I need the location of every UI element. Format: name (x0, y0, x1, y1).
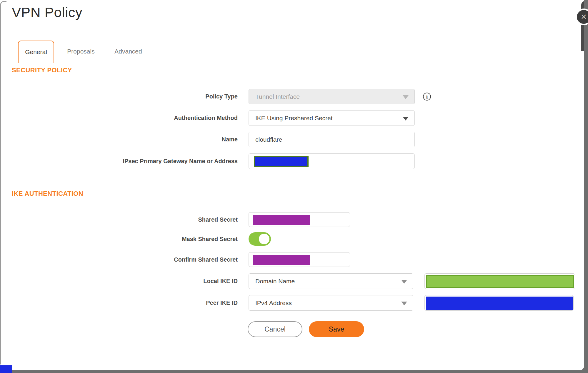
local-ike-id-input[interactable] (424, 273, 575, 289)
row-policy-type: Policy Type Tunnel Interface (0, 89, 588, 104)
cancel-button[interactable]: Cancel (248, 321, 302, 337)
confirm-shared-secret-label: Confirm Shared Secret (0, 252, 238, 267)
mask-shared-secret-toggle[interactable] (249, 232, 271, 246)
shared-secret-label: Shared Secret (0, 212, 238, 227)
chevron-down-icon (403, 95, 409, 99)
row-auth-method: Authentication Method IKE Using Preshare… (0, 110, 588, 126)
local-ike-id-label: Local IKE ID (0, 273, 238, 289)
background-edge-right (584, 0, 588, 373)
row-confirm-shared-secret: Confirm Shared Secret (0, 252, 588, 267)
dialog-corner-bottom-right (578, 364, 584, 370)
peer-ike-id-redaction-box (426, 297, 573, 310)
page-title: VPN Policy (12, 4, 82, 20)
peer-ike-id-dropdown[interactable]: IPv4 Address (249, 295, 413, 311)
vpn-policy-dialog: ✕ VPN Policy General Proposals Advanced … (0, 0, 588, 373)
row-peer-ike-id: Peer IKE ID IPv4 Address (0, 295, 588, 311)
auth-method-dropdown[interactable]: IKE Using Preshared Secret (249, 110, 415, 126)
chevron-down-icon (403, 117, 409, 121)
name-label: Name (0, 132, 238, 147)
redaction-box-bottom-left (0, 365, 12, 373)
shared-secret-redaction-box (253, 215, 310, 225)
shared-secret-input[interactable] (249, 212, 350, 227)
confirm-shared-secret-redaction-box (253, 255, 310, 265)
auth-method-label: Authentication Method (0, 110, 238, 126)
section-ike-authentication: IKE AUTHENTICATION (12, 190, 83, 198)
policy-type-dropdown: Tunnel Interface (249, 89, 415, 104)
peer-ike-id-value: IPv4 Address (255, 300, 292, 307)
local-ike-id-value: Domain Name (255, 278, 295, 285)
policy-type-label: Policy Type (0, 89, 238, 104)
local-ike-id-redaction-box (426, 275, 574, 288)
tab-general[interactable]: General (18, 41, 54, 63)
gateway-label: IPsec Primary Gateway Name or Address (0, 153, 238, 169)
mask-shared-secret-label: Mask Shared Secret (0, 232, 238, 246)
confirm-shared-secret-input[interactable] (249, 252, 350, 267)
tab-advanced[interactable]: Advanced (111, 41, 146, 62)
name-input[interactable] (249, 132, 415, 147)
peer-ike-id-input[interactable] (424, 295, 574, 311)
background-edge-bottom (0, 370, 588, 373)
row-name: Name (0, 132, 588, 147)
row-mask-shared-secret: Mask Shared Secret (0, 232, 588, 246)
chevron-down-icon (401, 302, 407, 305)
close-icon: ✕ (581, 13, 587, 21)
dialog-left-border (0, 6, 1, 365)
chevron-down-icon (401, 280, 407, 284)
save-button[interactable]: Save (309, 321, 364, 337)
peer-ike-id-label: Peer IKE ID (0, 295, 238, 311)
policy-type-value: Tunnel Interface (255, 93, 300, 100)
close-button[interactable]: ✕ (575, 9, 588, 25)
dialog-corner-top-left (0, 1, 6, 7)
gateway-redaction-box (254, 156, 309, 167)
section-security-policy: SECURITY POLICY (12, 66, 72, 74)
auth-method-value: IKE Using Preshared Secret (255, 115, 333, 122)
tab-bar: General Proposals Advanced (9, 41, 573, 62)
info-icon[interactable]: i (423, 93, 431, 101)
tab-proposals[interactable]: Proposals (63, 41, 99, 62)
toggle-knob (259, 234, 269, 244)
row-gateway: IPsec Primary Gateway Name or Address (0, 153, 588, 169)
local-ike-id-dropdown[interactable]: Domain Name (249, 273, 413, 289)
row-local-ike-id: Local IKE ID Domain Name (0, 273, 588, 289)
row-shared-secret: Shared Secret (0, 212, 588, 227)
gateway-input[interactable] (249, 153, 415, 169)
